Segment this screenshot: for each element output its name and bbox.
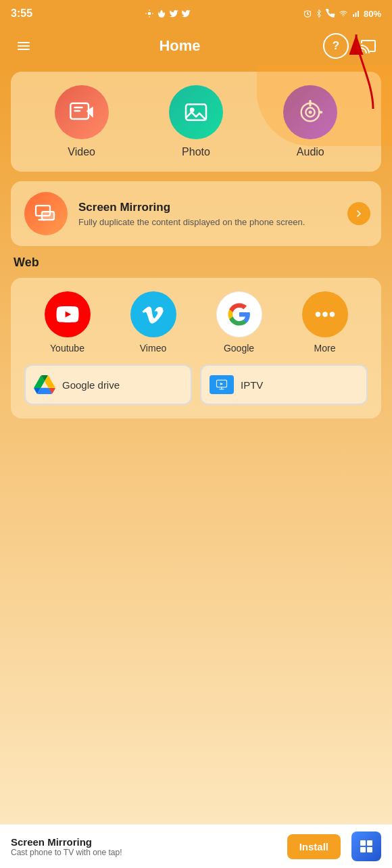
- mirror-chevron: [347, 202, 370, 225]
- ad-subtitle: Cast phone to TV with one tap!: [11, 848, 122, 857]
- google-drive-icon: [34, 375, 55, 394]
- svg-point-26: [329, 312, 335, 317]
- iptv-label: IPTV: [241, 379, 263, 391]
- google-icon-circle: [216, 291, 262, 337]
- ad-title: Screen Mirroring: [11, 836, 122, 848]
- video-label: Video: [68, 146, 95, 158]
- svg-rect-7: [18, 49, 30, 50]
- twitter-icon: [169, 9, 178, 18]
- menu-button[interactable]: [11, 33, 36, 59]
- audio-label: Audio: [297, 146, 324, 158]
- status-icons: 80%: [303, 9, 381, 19]
- svg-point-24: [315, 312, 320, 317]
- arrow-annotation: [319, 28, 387, 116]
- alarm-icon: [303, 9, 312, 18]
- svg-rect-31: [360, 847, 366, 852]
- google-drive-button[interactable]: Google drive: [24, 364, 192, 405]
- vimeo-item[interactable]: Vimeo: [130, 291, 176, 354]
- install-button[interactable]: Install: [287, 834, 341, 859]
- more-icon-circle: [302, 291, 348, 337]
- more-label: More: [314, 343, 336, 354]
- iptv-icon: [210, 375, 234, 394]
- fire-icon: [157, 9, 166, 18]
- svg-point-0: [148, 12, 151, 16]
- svg-rect-3: [355, 13, 356, 18]
- svg-rect-32: [367, 847, 372, 852]
- page-title: Home: [159, 37, 200, 55]
- video-item[interactable]: Video: [55, 85, 109, 158]
- gdrive-label: Google drive: [62, 379, 120, 391]
- svg-rect-21: [42, 212, 54, 220]
- web-section-title: Web: [11, 256, 381, 270]
- wifi-icon: [338, 9, 349, 18]
- youtube-label: Youtube: [50, 343, 84, 354]
- svg-marker-28: [220, 383, 224, 385]
- google-item[interactable]: Google: [216, 291, 262, 354]
- youtube-item[interactable]: Youtube: [45, 291, 91, 354]
- photo-icon-circle: [169, 85, 223, 139]
- signal-icon: [351, 9, 361, 18]
- photo-icon: [182, 99, 210, 126]
- svg-point-14: [190, 107, 195, 112]
- web-icons-row: Youtube Vimeo: [24, 291, 368, 354]
- ad-app-icon: [351, 831, 381, 861]
- svg-rect-11: [74, 107, 82, 109]
- call-icon: [326, 9, 335, 18]
- screen-mirroring-card[interactable]: Screen Mirroring Fully duplicate the con…: [11, 181, 381, 246]
- video-icon: [68, 99, 95, 126]
- svg-rect-2: [353, 14, 354, 17]
- more-dots-icon: [313, 302, 337, 327]
- bottom-ad-bar: Screen Mirroring Cast phone to TV with o…: [0, 824, 392, 868]
- svg-rect-6: [18, 45, 30, 47]
- web-card: Youtube Vimeo: [11, 278, 381, 418]
- ad-text: Screen Mirroring Cast phone to TV with o…: [11, 836, 122, 857]
- status-left-icons: [145, 9, 191, 18]
- youtube-icon-circle: [45, 291, 91, 337]
- gps-icon: [145, 9, 154, 18]
- svg-point-25: [322, 312, 328, 317]
- main-content: Video Photo: [0, 65, 392, 842]
- more-item[interactable]: More: [302, 291, 348, 354]
- service-buttons-row: Google drive IPTV: [24, 364, 368, 405]
- vimeo-icon-circle: [130, 291, 176, 337]
- svg-marker-10: [86, 107, 93, 118]
- svg-rect-12: [74, 110, 80, 112]
- video-icon-circle: [55, 85, 109, 139]
- hamburger-icon: [16, 38, 32, 54]
- photo-label: Photo: [182, 146, 210, 158]
- svg-rect-4: [358, 11, 359, 17]
- svg-rect-30: [367, 840, 372, 846]
- mirror-description: Fully duplicate the content displayed on…: [78, 217, 305, 227]
- gadgets-icon: [358, 838, 374, 854]
- photo-item[interactable]: Photo: [169, 85, 223, 158]
- svg-rect-29: [360, 840, 366, 846]
- tv-icon: [214, 379, 229, 391]
- mirror-text: Screen Mirroring Fully duplicate the con…: [78, 201, 305, 227]
- status-bar: 3:55 80%: [0, 0, 392, 27]
- iptv-button[interactable]: IPTV: [200, 364, 368, 405]
- vimeo-icon: [141, 302, 166, 327]
- bluetooth-icon: [315, 9, 323, 18]
- twitter2-icon: [181, 9, 191, 18]
- mirror-icon-circle: [24, 192, 68, 235]
- content-spacer: [11, 418, 381, 756]
- mirror-icon: [34, 201, 58, 226]
- web-section: Web Youtube: [11, 256, 381, 418]
- youtube-icon: [55, 302, 80, 327]
- battery-level: 80%: [364, 9, 381, 19]
- google-icon: [227, 302, 251, 327]
- ad-actions: Install: [287, 831, 381, 861]
- mirror-title: Screen Mirroring: [78, 201, 305, 214]
- chevron-right-icon: [353, 208, 364, 219]
- vimeo-label: Vimeo: [140, 343, 166, 354]
- google-label: Google: [224, 343, 254, 354]
- svg-rect-5: [18, 42, 30, 43]
- status-time: 3:55: [11, 7, 32, 20]
